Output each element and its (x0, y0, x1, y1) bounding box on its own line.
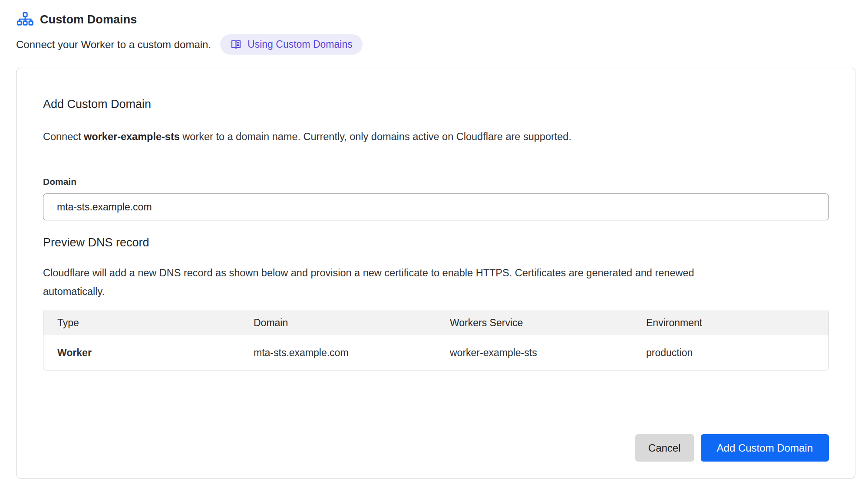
footer-divider (43, 421, 829, 421)
domain-label: Domain (43, 177, 829, 187)
column-header-environment: Environment (632, 310, 828, 335)
add-custom-domain-button[interactable]: Add Custom Domain (701, 434, 829, 462)
custom-domains-page: Custom Domains Connect your Worker to a … (0, 0, 868, 478)
dialog-heading: Add Custom Domain (43, 98, 829, 111)
column-header-type: Type (43, 310, 240, 335)
cancel-button[interactable]: Cancel (635, 434, 694, 462)
table-header-row: Type Domain Workers Service Environment (43, 310, 828, 335)
page-subtitle: Connect your Worker to a custom domain. (16, 39, 211, 51)
preview-dns-description: Cloudflare will add a new DNS record as … (43, 264, 699, 301)
preview-dns-heading: Preview DNS record (43, 236, 829, 249)
cell-type: Worker (43, 335, 240, 370)
description-suffix: worker to a domain name. Currently, only… (180, 131, 571, 142)
docs-link-label: Using Custom Domains (248, 39, 353, 50)
domain-input[interactable] (43, 193, 829, 220)
page-header: Custom Domains (16, 12, 855, 27)
cell-domain: mta-sts.example.com (240, 335, 436, 370)
worker-name: worker-example-sts (84, 131, 180, 142)
footer-actions: Cancel Add Custom Domain (43, 434, 829, 462)
cell-workers-service: worker-example-sts (436, 335, 632, 370)
add-custom-domain-card: Add Custom Domain Connect worker-example… (16, 68, 855, 478)
column-header-domain: Domain (240, 310, 436, 335)
open-book-icon (230, 39, 242, 50)
description-prefix: Connect (43, 131, 84, 142)
dialog-description: Connect worker-example-sts worker to a d… (43, 128, 829, 146)
page-title: Custom Domains (40, 13, 137, 26)
using-custom-domains-link[interactable]: Using Custom Domains (220, 34, 363, 55)
dns-preview-table: Type Domain Workers Service Environment … (43, 310, 829, 370)
column-header-workers-service: Workers Service (436, 310, 632, 335)
table-row: Worker mta-sts.example.com worker-exampl… (43, 335, 828, 370)
sitemap-icon (17, 12, 33, 27)
cell-environment: production (632, 335, 828, 370)
subtitle-row: Connect your Worker to a custom domain. … (16, 34, 855, 55)
